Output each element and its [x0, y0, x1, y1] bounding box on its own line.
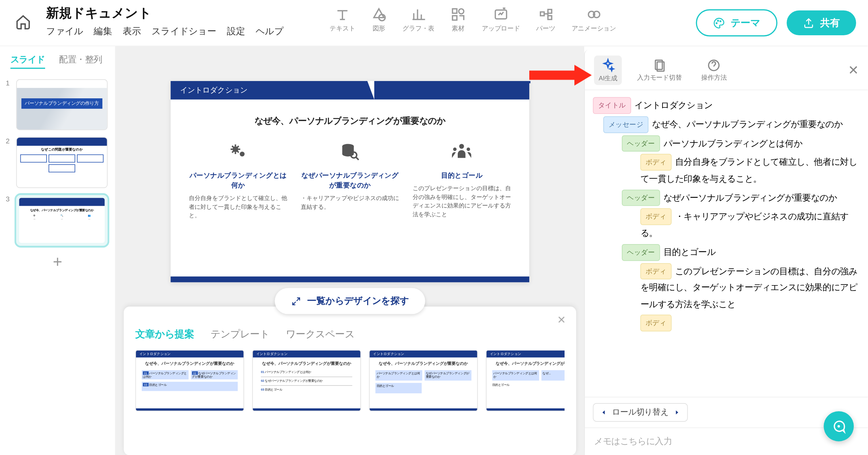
svg-rect-3	[453, 16, 457, 20]
tool-shape-label: 図形	[373, 24, 386, 33]
right-outline-panel: AI生成 入力モード切替 操作方法 ✕ タイトルイントロダクション メッセージな…	[584, 50, 868, 455]
layers-icon	[652, 58, 666, 72]
gears-icon	[226, 141, 250, 164]
share-button-label: 共有	[820, 16, 840, 29]
home-icon[interactable]	[12, 11, 35, 34]
menu-file[interactable]: ファイル	[46, 25, 83, 38]
menu-help[interactable]: ヘルプ	[256, 25, 283, 38]
tool-upload-label: アップロード	[482, 24, 520, 33]
slide-thumb-3[interactable]: なぜ今、パーソナルブランディングが重要なのか⚙...🔍...👥...	[16, 195, 108, 246]
database-search-icon	[338, 141, 361, 164]
tool-text[interactable]: テキスト	[330, 7, 355, 33]
outline-message-text[interactable]: なぜ今、パーソナルブランディングが重要なのか	[652, 119, 843, 129]
outline-header-2[interactable]: なぜパーソナルブランディングが重要なのか	[664, 193, 837, 202]
svg-point-10	[716, 22, 717, 23]
slide-canvas[interactable]: イントロダクション なぜ今、パーソナルブランディングが重要なのか パーソナルブラ…	[171, 81, 529, 282]
slide-column-3: 目的とゴール このプレゼンテーションの目標は、自分の強みを明確にし、ターゲットオ…	[413, 141, 511, 220]
browse-designs-button[interactable]: 一覧からデザインを探す	[275, 288, 425, 314]
menu-settings[interactable]: 設定	[227, 25, 245, 38]
design-option-4[interactable]: イントロダクションなぜ今、パーソナルブランディングが重要なのかパーソナルブランデ…	[486, 350, 565, 411]
outline-header-3[interactable]: 目的とゴール	[664, 247, 716, 257]
tool-assets-label: 素材	[452, 24, 465, 33]
tag-body-empty[interactable]: ボディ	[640, 315, 672, 332]
design-tab-workspace[interactable]: ワークスペース	[286, 328, 355, 341]
tag-body: ボディ	[640, 209, 672, 225]
design-tab-suggest[interactable]: 文章から提案	[135, 328, 194, 341]
close-design-panel-icon[interactable]: ✕	[557, 314, 566, 327]
svg-point-14	[240, 152, 244, 156]
col-3-body: このプレゼンテーションの目標は、自分の強みを明確にし、ターゲットオーディエンスに…	[413, 184, 511, 219]
design-suggestion-panel: ✕ 文章から提案 テンプレート ワークスペース イントロダクションなぜ今、パーソ…	[124, 306, 576, 455]
svg-point-17	[459, 144, 464, 149]
triangle-right-icon	[673, 409, 680, 416]
howto-button[interactable]: 操作方法	[697, 56, 731, 84]
tab-arrange[interactable]: 配置・整列	[59, 54, 102, 69]
palette-icon	[713, 17, 725, 28]
outline-body-1[interactable]: 自分自身をブランドとして確立し、他者に対して一貫した印象を与えること。	[640, 157, 857, 183]
col-2-body: ・キャリアアップやビジネスの成功に直結する。	[301, 194, 399, 211]
sparkle-icon	[600, 58, 615, 73]
browse-designs-label: 一覧からデザインを探す	[307, 295, 409, 307]
tool-chart[interactable]: グラフ・表	[402, 7, 434, 33]
tag-title: タイトル	[593, 97, 631, 114]
svg-point-23	[838, 426, 840, 427]
outline-header-1[interactable]: パーソナルブランディングとは何か	[664, 138, 802, 148]
col-1-body: 自分自身をブランドとして確立し、他者に対して一貫した印象を与えること。	[189, 194, 287, 220]
people-icon	[450, 141, 473, 164]
slide-column-2: なぜパーソナルブランディングが重要なのか ・キャリアアップやビジネスの成功に直結…	[301, 141, 399, 220]
thumb-number: 1	[6, 79, 13, 87]
expand-icon	[291, 296, 301, 306]
slide-thumb-1[interactable]: パーソナルブランディングの作り方	[16, 79, 108, 130]
slide-thumb-2[interactable]: なぜこの問題が重要なのか	[16, 137, 108, 188]
tab-slides[interactable]: スライド	[11, 54, 45, 69]
svg-point-2	[459, 9, 464, 14]
menu-slideshow[interactable]: スライドショー	[152, 25, 216, 38]
svg-point-12	[720, 20, 721, 21]
help-chat-button[interactable]	[824, 411, 854, 441]
sidebar-tabs: スライド 配置・整列	[5, 51, 111, 77]
tool-chart-label: グラフ・表	[402, 24, 434, 33]
tag-header: ヘッダー	[622, 244, 660, 261]
tool-animation-label: アニメーション	[572, 24, 616, 33]
design-tab-template[interactable]: テンプレート	[211, 328, 270, 341]
input-mode-button[interactable]: 入力モード切替	[632, 56, 686, 84]
svg-rect-5	[540, 12, 544, 16]
svg-rect-1	[453, 9, 457, 13]
toolbar: テキスト 図形 グラフ・表 素材 アップロード パーツ アニメーション	[330, 7, 616, 33]
thumb-1-label: パーソナルブランディングの作り方	[21, 98, 102, 108]
col-3-title: 目的とゴール	[413, 171, 511, 180]
svg-point-11	[717, 20, 718, 21]
tag-header: ヘッダー	[622, 135, 660, 152]
outline-title-text[interactable]: イントロダクション	[634, 100, 712, 110]
menu-edit[interactable]: 編集	[94, 25, 112, 38]
outline-body-3[interactable]: このプレゼンテーションの目標は、自分の強みを明確にし、ターゲットオーディエンスに…	[640, 266, 857, 309]
tag-body: ボディ	[640, 263, 672, 280]
svg-point-19	[467, 147, 470, 151]
share-button[interactable]: 共有	[787, 11, 856, 35]
howto-label: 操作方法	[701, 74, 727, 82]
tool-animation[interactable]: アニメーション	[572, 7, 616, 33]
canvas-area: イントロダクション なぜ今、パーソナルブランディングが重要なのか パーソナルブラ…	[116, 46, 584, 455]
design-option-3[interactable]: イントロダクションなぜ今、パーソナルブランディングが重要なのかパーソナルブランデ…	[369, 350, 478, 411]
tool-upload[interactable]: アップロード	[482, 7, 520, 33]
outline-content[interactable]: タイトルイントロダクション メッセージなぜ今、パーソナルブランディングが重要なの…	[585, 90, 868, 397]
ai-generate-button[interactable]: AI生成	[594, 56, 622, 85]
svg-point-18	[453, 147, 457, 151]
menu-view[interactable]: 表示	[123, 25, 141, 38]
design-option-2[interactable]: イントロダクションなぜ今、パーソナルブランディングが重要なのか01 パーソナルブ…	[252, 350, 361, 411]
tag-header: ヘッダー	[622, 190, 660, 206]
tool-assets[interactable]: 素材	[451, 7, 466, 33]
add-slide-button[interactable]: +	[5, 253, 111, 272]
triangle-left-icon	[600, 409, 607, 416]
left-sidebar: スライド 配置・整列 1 パーソナルブランディングの作り方 2 なぜこの問題が重…	[0, 46, 116, 455]
theme-button[interactable]: テーマ	[696, 9, 777, 36]
slide-title-bar: イントロダクション	[171, 81, 529, 100]
document-title[interactable]: 新規ドキュメント	[46, 5, 283, 22]
tool-shape[interactable]: 図形	[371, 7, 386, 33]
design-option-1[interactable]: イントロダクションなぜ今、パーソナルブランディングが重要なのか01 パーソナルブ…	[135, 350, 244, 411]
close-panel-icon[interactable]: ✕	[848, 63, 859, 78]
chat-icon	[831, 419, 846, 434]
role-switch-button[interactable]: ロール切り替え	[593, 403, 688, 422]
tool-parts[interactable]: パーツ	[536, 7, 555, 33]
thumb-number: 2	[6, 137, 13, 145]
